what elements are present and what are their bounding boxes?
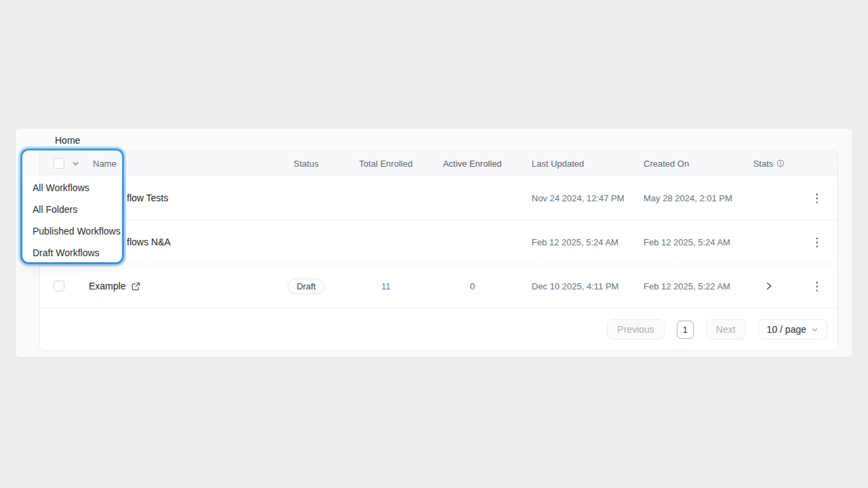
created-on-cell: Feb 12 2025, 5:24 AM xyxy=(630,237,742,247)
column-header-last-updated: Last Updated xyxy=(518,159,630,169)
page-number-button[interactable]: 1 xyxy=(677,321,694,339)
status-badge: Draft xyxy=(288,279,324,294)
created-on-cell: Feb 12 2025, 5:22 AM xyxy=(630,281,742,291)
bulk-select-menu: All Workflows All Folders Published Work… xyxy=(24,176,121,262)
column-header-status: Status xyxy=(267,159,345,169)
page-size-label: 10 / page xyxy=(767,324,806,335)
workflow-name[interactable]: Example xyxy=(89,281,125,291)
column-header-stats: Stats xyxy=(742,159,796,169)
total-enrolled-link[interactable]: 11 xyxy=(381,281,391,291)
info-icon[interactable] xyxy=(776,159,785,167)
breadcrumb-home[interactable]: Home xyxy=(55,135,80,146)
active-enrolled-cell: 0 xyxy=(427,281,518,291)
row-checkbox[interactable] xyxy=(54,281,64,291)
table-header-row: Name Status Total Enrolled Active Enroll… xyxy=(40,151,837,176)
menu-item-published-workflows[interactable]: Published Workflows xyxy=(24,220,121,242)
workflows-table: Name Status Total Enrolled Active Enroll… xyxy=(39,150,838,351)
last-updated-cell: Dec 10 2025, 4:11 PM xyxy=(518,281,630,291)
menu-item-all-folders[interactable]: All Folders xyxy=(24,199,121,220)
column-header-created-on: Created On xyxy=(630,159,742,169)
created-on-cell: May 28 2024, 2:01 PM xyxy=(630,193,742,203)
pagination-bar: Previous 1 Next 10 / page xyxy=(40,308,837,350)
stats-header-label: Stats xyxy=(753,159,774,169)
table-row[interactable]: Example Draft 11 0 Dec 10 2025, 4:11 PM … xyxy=(40,264,837,308)
chevron-right-icon[interactable] xyxy=(765,281,773,291)
last-updated-cell: Nov 24 2024, 12:47 PM xyxy=(518,193,630,203)
content-panel: Home Name Status Total Enrolled Active E… xyxy=(16,129,852,357)
page-size-select[interactable]: 10 / page xyxy=(758,319,827,340)
kebab-menu-icon[interactable]: ⋮ xyxy=(807,190,827,207)
bulk-select-dropdown: All Workflows All Folders Published Work… xyxy=(20,148,124,264)
last-updated-cell: Feb 12 2025, 5:24 AM xyxy=(518,237,630,247)
next-page-button[interactable]: Next xyxy=(706,319,746,340)
previous-page-button[interactable]: Previous xyxy=(607,319,664,340)
column-header-active-enrolled: Active Enrolled xyxy=(427,159,518,169)
kebab-menu-icon[interactable]: ⋮ xyxy=(807,234,827,251)
menu-item-all-workflows[interactable]: All Workflows xyxy=(24,177,121,199)
external-link-icon[interactable] xyxy=(132,282,140,291)
workflow-name[interactable]: flow Tests xyxy=(127,192,168,203)
workflow-name[interactable]: flows N&A xyxy=(127,237,171,247)
column-header-total-enrolled: Total Enrolled xyxy=(345,159,427,169)
chevron-down-icon xyxy=(811,326,818,333)
table-row[interactable]: flow Tests Nov 24 2024, 12:47 PM May 28 … xyxy=(40,176,837,220)
table-row[interactable]: flows N&A Feb 12 2025, 5:24 AM Feb 12 20… xyxy=(40,220,837,264)
menu-item-draft-workflows[interactable]: Draft Workflows xyxy=(24,242,121,264)
kebab-menu-icon[interactable]: ⋮ xyxy=(807,278,827,295)
